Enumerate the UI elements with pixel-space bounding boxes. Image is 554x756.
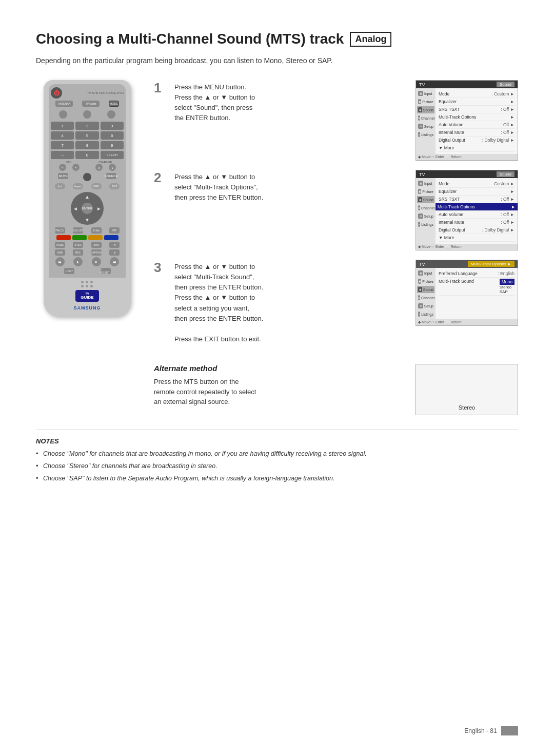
btn-blank-1[interactable] xyxy=(59,110,67,119)
menu-equalizer: Equalizer ► xyxy=(439,98,515,106)
btn-6[interactable]: 6 xyxy=(101,131,124,140)
step3-line5: select a setting you want, xyxy=(174,304,249,312)
step-3-row: 3 Press the ▲ or ▼ button to select "Mul… xyxy=(154,260,518,344)
dpad-left[interactable]: ◄ xyxy=(73,206,78,211)
btn-blank-2[interactable] xyxy=(83,110,91,119)
caption-button[interactable]: CAPTION xyxy=(91,249,102,256)
set-button[interactable]: ○ SET xyxy=(64,268,74,274)
btn-blank-3[interactable] xyxy=(107,110,115,119)
ch-list-button[interactable]: CH LIST xyxy=(73,227,83,234)
nav2-listings: ≡ Listings xyxy=(417,221,434,228)
step2-sidebar: ▦ Input ▣ Picture ◉ Sound xyxy=(416,178,518,244)
dpad[interactable]: ▲ ▼ ◄ ► ENTER xyxy=(71,192,104,225)
btn-4[interactable]: 4 xyxy=(51,131,74,140)
tvguide-button[interactable]: TV Guide xyxy=(82,101,100,107)
btn-8[interactable]: 8 xyxy=(75,141,98,149)
menu2-srs-val: : Off ► xyxy=(501,197,515,202)
play-button[interactable]: ⏵ xyxy=(73,257,83,266)
step3-section-label: Multi-Track Options ► xyxy=(468,261,515,267)
alternate-left: Alternate method Press the MTS button on… xyxy=(154,364,405,407)
btn-7[interactable]: 7 xyxy=(51,141,74,149)
menu3-multitrack-label: Multi-Track Sound xyxy=(439,279,474,284)
nav-input-label: Input xyxy=(424,92,432,95)
step-2-screen: TV Sound ▦ Input ▣ Pic xyxy=(416,170,518,250)
pause-button[interactable]: ⏸ xyxy=(92,257,101,266)
menu2-intmute: Internal Mute : Off ► xyxy=(439,219,515,226)
fav-ch-button[interactable]: FAV.CH xyxy=(55,227,65,234)
analog-badge: Analog xyxy=(350,32,391,47)
channel-icon: ⊞ xyxy=(418,115,420,121)
mute-icon-button[interactable] xyxy=(83,173,91,181)
nav3-listings: ≡ Listings xyxy=(417,311,434,318)
mts-button[interactable]: MTS xyxy=(91,242,102,248)
btn-5[interactable]: 5 xyxy=(75,131,98,140)
nav-picture: ▣ Picture xyxy=(417,98,434,105)
menu2-more: ▼ More xyxy=(439,234,515,242)
option-stereo: Stereo xyxy=(500,285,515,289)
menu-multitrack-val: ► xyxy=(510,114,515,120)
menu-guide-row: FAV.CH CH LIST D-Net PIP xyxy=(51,227,124,234)
step3-sidebar: ▦ Input ▣ Picture ◉ Sound xyxy=(416,268,518,319)
ch-up[interactable]: ∨ xyxy=(109,164,116,171)
step3-line1: Press the ▲ or ▼ button to xyxy=(174,263,255,270)
exit-button[interactable]: EXIT xyxy=(109,183,120,189)
d-net-button[interactable]: D-Net xyxy=(91,227,102,234)
red-button[interactable] xyxy=(56,235,71,240)
step-1-text: Press the MENU button. Press the ▲ or ▼ … xyxy=(174,80,407,124)
green-button[interactable] xyxy=(72,235,87,240)
step3-tv-label: TV xyxy=(419,262,425,267)
dpad-up[interactable]: ▲ xyxy=(85,194,90,200)
enter-button[interactable]: ENTER xyxy=(82,203,93,214)
extra-up[interactable]: ∧ xyxy=(109,242,120,248)
btn-1[interactable]: 1 xyxy=(51,122,74,130)
nav3-listings-label: Listings xyxy=(421,313,433,316)
btn-2[interactable]: 2 xyxy=(75,122,98,130)
nav-listings-label: Listings xyxy=(421,133,433,137)
channel2-icon: ⊞ xyxy=(418,205,420,210)
antenna-button[interactable]: ANTENNA xyxy=(55,101,73,107)
step-3-screen: TV Multi-Track Options ► ▦ Input ▣ xyxy=(416,260,518,326)
step-2-row: 2 Press the ▲ or ▼ button to select "Mul… xyxy=(154,170,518,250)
ch-down[interactable]: ∧ xyxy=(95,164,103,171)
power-button[interactable]: ⏻ xyxy=(51,87,62,99)
btn-3[interactable]: 3 xyxy=(101,122,124,130)
nav2-listings-label: Listings xyxy=(421,223,433,226)
menu-intmute-val: : Off ► xyxy=(501,130,515,135)
reset-button[interactable]: ○ RESET xyxy=(101,268,111,274)
dpad-down[interactable]: ▼ xyxy=(85,217,90,223)
dpad-right[interactable]: ► xyxy=(96,206,102,211)
nav3-input-label: Input xyxy=(424,272,432,275)
nav3-channel-label: Channel xyxy=(421,296,434,300)
step1-main-content: Mode : Custom ► Equalizer ► SRS TSXT : O… xyxy=(436,88,518,154)
rec-button[interactable]: REC xyxy=(73,249,83,256)
info-button[interactable]: INFO xyxy=(91,183,102,189)
blue-button[interactable] xyxy=(104,235,118,240)
func-btn-1[interactable]: fnct xyxy=(55,183,65,189)
dnr-button[interactable]: DNR xyxy=(55,249,65,256)
antenna-row: ANTENNA TV Guide MODE xyxy=(51,101,124,107)
btn-prech[interactable]: PRE-CH xyxy=(101,151,124,159)
btn-9[interactable]: 9 xyxy=(101,141,124,149)
psize-button[interactable]: P.SIZE xyxy=(55,242,65,248)
menu2-digout-val: : Dolby Digital ► xyxy=(482,227,515,232)
extra-down[interactable]: ∨ xyxy=(109,249,120,256)
notes-title: NOTES xyxy=(36,437,518,445)
prev-button[interactable]: ⏮ xyxy=(55,257,65,266)
vol-up[interactable]: + xyxy=(72,164,80,171)
notes-section: NOTES Choose "Mono" for channels that ar… xyxy=(36,430,518,483)
step3-screen-header: TV Multi-Track Options ► xyxy=(416,260,518,268)
pip-button[interactable]: PIP xyxy=(109,227,120,234)
remote-footer: TV GUIDE SAMSUNG xyxy=(49,281,126,311)
btn-dash[interactable]: – xyxy=(51,151,74,159)
mode-button[interactable]: MODE xyxy=(109,101,119,107)
nav2-setup-label: Setup xyxy=(424,215,433,218)
still-button[interactable]: STILL xyxy=(73,242,83,248)
yellow-button[interactable] xyxy=(88,235,103,240)
next-button[interactable]: ⏭ xyxy=(110,257,119,266)
menu2-autovol-val: : Off ► xyxy=(501,212,515,217)
mute-button[interactable]: MUTE xyxy=(58,173,68,179)
btn-0[interactable]: 0 xyxy=(75,151,98,159)
vol-down[interactable]: – xyxy=(59,164,66,171)
source-button[interactable]: SOURCE xyxy=(106,173,116,179)
func-btn-2[interactable]: Aspect xyxy=(73,183,83,189)
